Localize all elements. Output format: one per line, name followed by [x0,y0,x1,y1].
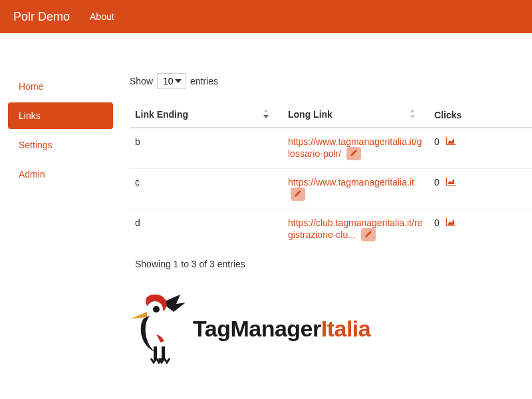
cell-long-link: https://www.tagmanageritalia.it/glossari… [283,128,429,169]
cell-long-link: https://club.tagmanageritalia.it/registr… [283,209,429,250]
stats-button[interactable] [446,217,456,228]
cell-clicks: 0 [429,209,532,250]
chart-icon [446,217,456,228]
stats-button[interactable] [446,177,456,188]
stats-button[interactable] [446,136,456,147]
pencil-icon [350,148,358,159]
table-row: bhttps://www.tagmanageritalia.it/glossar… [130,128,532,169]
svg-point-1 [153,306,160,313]
sidebar: Home Links Settings Admin [0,73,113,365]
sort-icon [409,109,416,120]
sidebar-item-home[interactable]: Home [8,73,113,100]
cell-clicks: 0 [429,169,532,209]
sidebar-item-admin[interactable]: Admin [8,161,113,188]
edit-link-button[interactable] [346,147,361,160]
edit-link-button[interactable] [291,188,305,201]
brand[interactable]: Polr Demo [13,10,70,24]
cell-ending: b [130,128,283,169]
cell-long-link: https://www.tagmanageritalia.it [283,169,429,209]
pencil-icon [364,229,372,240]
table-row: chttps://www.tagmanageritalia.it 0 [130,169,532,209]
logo-text: TagManagerItalia [193,316,370,342]
table-row: dhttps://club.tagmanageritalia.it/regist… [130,209,532,250]
nav-about[interactable]: About [90,11,114,22]
logo-part2: Italia [321,316,370,341]
logo-part1: TagManager [193,316,321,341]
edit-link-button[interactable] [361,228,376,241]
col-link-ending-label: Link Ending [135,109,188,120]
chart-icon [446,136,456,147]
sort-icon [263,109,269,120]
chart-icon [446,177,456,188]
sidebar-item-settings[interactable]: Settings [8,132,113,158]
cell-ending: c [130,169,283,209]
long-link-anchor[interactable]: https://www.tagmanageritalia.it [288,177,414,188]
cell-clicks: 0 [429,128,532,169]
length-control: Show 10 entries [130,73,532,89]
col-long-link[interactable]: Long Link [283,102,429,128]
col-clicks-label: Clicks [434,110,462,120]
sidebar-item-links[interactable]: Links [8,102,113,129]
col-long-link-label: Long Link [288,109,332,120]
navbar: Polr Demo About [0,0,532,33]
col-link-ending[interactable]: Link Ending [130,102,283,128]
woodpecker-icon [130,292,193,365]
footer-logo: TagManagerItalia [130,279,532,365]
links-table: Link Ending Long Link Clicks [130,102,532,249]
pencil-icon [294,189,302,200]
long-link-anchor[interactable]: https://club.tagmanageritalia.it/registr… [288,217,422,240]
show-prefix: Show [130,76,153,86]
cell-ending: d [130,209,283,250]
col-clicks[interactable]: Clicks [429,102,532,128]
main-panel: Show 10 entries Link Ending Long Link [113,73,532,365]
show-suffix: entries [190,76,218,86]
table-info: Showing 1 to 3 of 3 entries [130,249,532,279]
page-length-select[interactable]: 10 [157,73,186,89]
